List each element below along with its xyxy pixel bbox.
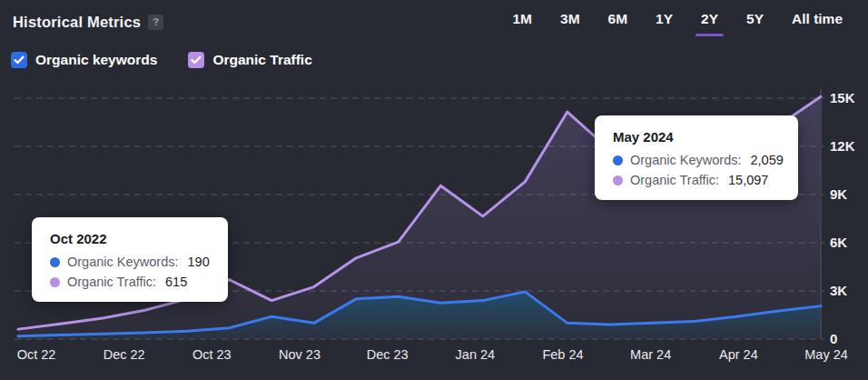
tab-6m[interactable]: 6M <box>608 5 628 38</box>
tooltip-title: May 2024 <box>613 129 780 145</box>
tooltip-title: Oct 2022 <box>50 231 210 246</box>
tooltip-metric-row: Organic Traffic:615 <box>50 275 210 289</box>
tooltip-metric-row: Organic Keywords:2,059 <box>613 153 780 167</box>
y-axis-label: 9K <box>830 185 868 204</box>
tab-1m[interactable]: 1M <box>512 5 532 38</box>
tab-all-time[interactable]: All time <box>792 5 843 38</box>
x-axis-label: Mar 24 <box>630 347 671 362</box>
x-axis-label: Jan 24 <box>456 347 496 362</box>
tooltip-metric-row: Organic Keywords:190 <box>50 255 210 269</box>
tab-2y[interactable]: 2Y <box>701 5 718 38</box>
tooltip-metric-value: 15,097 <box>728 173 768 187</box>
page-title: Historical Metrics <box>13 14 141 31</box>
checkbox-label: Organic Traffic <box>212 52 311 68</box>
tooltip-metric-label: Organic Keywords: <box>630 153 742 167</box>
y-axis-label: 12K <box>830 137 868 155</box>
x-axis-label: Oct 22 <box>17 347 56 362</box>
tooltip-metric-label: Organic Traffic: <box>630 173 719 187</box>
tab-5y[interactable]: 5Y <box>746 5 764 38</box>
tooltip-metric-label: Organic Traffic: <box>67 275 156 289</box>
checkbox-checked-icon[interactable] <box>11 52 27 68</box>
x-axis-label: Oct 23 <box>192 347 232 362</box>
tooltip-metric-value: 615 <box>165 275 187 289</box>
series-dot-icon <box>50 257 60 267</box>
tooltip-oct-2022: Oct 2022Organic Keywords:190Organic Traf… <box>32 217 228 302</box>
x-axis-label: Apr 24 <box>719 347 758 362</box>
tooltip-metric-value: 190 <box>188 255 210 269</box>
historical-metrics-panel: Historical Metrics ? 1M3M6M1Y2Y5YAll tim… <box>0 0 868 380</box>
checkbox-organic-traffic[interactable]: Organic Traffic <box>188 52 311 68</box>
x-axis-label: Dec 22 <box>104 347 145 362</box>
y-axis-label: 3K <box>830 282 868 300</box>
x-axis-label: Nov 23 <box>279 347 321 362</box>
tab-3m[interactable]: 3M <box>560 5 580 38</box>
x-axis-label: Dec 23 <box>367 347 409 362</box>
time-range-tabs: 1M3M6M1Y2Y5YAll time <box>512 5 843 38</box>
series-dot-icon <box>613 155 623 165</box>
panel-header: Historical Metrics ? 1M3M6M1Y2Y5YAll tim… <box>0 0 868 44</box>
title-group: Historical Metrics ? <box>13 14 163 31</box>
series-dot-icon <box>50 277 60 287</box>
series-dot-icon <box>613 175 623 185</box>
x-axis-label: May 24 <box>804 347 848 362</box>
y-axis-label: 0 <box>830 330 868 348</box>
checkbox-organic-keywords[interactable]: Organic keywords <box>11 52 157 68</box>
help-icon[interactable]: ? <box>148 15 163 30</box>
series-legend: Organic keywordsOrganic Traffic <box>11 52 312 68</box>
y-axis-label: 6K <box>830 234 868 252</box>
tooltip-metric-label: Organic Keywords: <box>67 255 179 269</box>
y-axis-label: 15K <box>830 89 868 107</box>
tooltip-metric-value: 2,059 <box>751 153 784 167</box>
tooltip-may-2024: May 2024Organic Keywords:2,059Organic Tr… <box>595 115 798 200</box>
checkbox-label: Organic keywords <box>35 52 157 68</box>
tab-1y[interactable]: 1Y <box>656 5 673 38</box>
checkbox-checked-icon[interactable] <box>188 52 204 68</box>
x-axis-label: Feb 24 <box>542 347 583 362</box>
tooltip-metric-row: Organic Traffic:15,097 <box>613 173 780 187</box>
